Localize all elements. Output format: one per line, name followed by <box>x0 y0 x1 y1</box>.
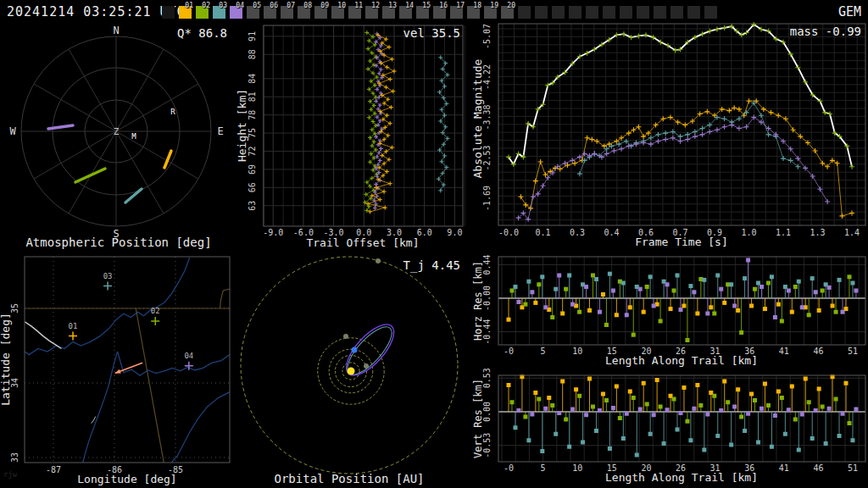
svg-text:Horz Res [km]: Horz Res [km] <box>472 261 484 341</box>
svg-text:0.1: 0.1 <box>535 228 550 237</box>
svg-text:R: R <box>170 108 175 116</box>
svg-text:35: 35 <box>10 303 19 313</box>
svg-text:04: 04 <box>184 352 193 360</box>
svg-text:5: 5 <box>541 347 546 356</box>
svg-text:9.0: 9.0 <box>447 228 462 237</box>
svg-text:72: 72 <box>248 146 257 156</box>
svg-text:51: 51 <box>848 347 858 356</box>
svg-text:46: 46 <box>813 463 823 473</box>
svg-text:vel 35.5: vel 35.5 <box>403 26 460 40</box>
atmospheric-position-panel: NESWZRMQ* 86.8Atmospheric Position [deg] <box>9 25 227 249</box>
svg-text:03: 03 <box>103 272 113 280</box>
svg-text:0.4: 0.4 <box>604 228 619 237</box>
svg-text:Absolute Magnitude: Absolute Magnitude <box>471 58 484 178</box>
svg-text:W: W <box>9 125 16 137</box>
svg-text:-0.0: -0.0 <box>498 228 519 237</box>
svg-text:1.0: 1.0 <box>741 228 756 237</box>
svg-text:Atmospheric Position [deg]: Atmospheric Position [deg] <box>25 236 211 249</box>
svg-text:46: 46 <box>813 347 823 356</box>
svg-text:33: 33 <box>10 452 19 463</box>
svg-text:84: 84 <box>248 74 257 84</box>
horz-residuals-panel: 0.44-0.00-0.44-05101520263136414651Lengt… <box>472 254 865 367</box>
svg-text:T_j 4.45: T_j 4.45 <box>403 258 460 273</box>
svg-text:Z: Z <box>114 126 120 137</box>
height-profile-panel: 63666972757881848891-9.0-6.0-3.00.03.06.… <box>236 25 465 249</box>
svg-text:Q* 86.8: Q* 86.8 <box>177 26 227 40</box>
svg-text:1.1: 1.1 <box>776 228 791 237</box>
svg-text:41: 41 <box>779 463 789 473</box>
svg-text:41: 41 <box>779 347 789 356</box>
vert-residuals-panel: 0.530.00-0.53-05101520263136414651Length… <box>472 368 865 484</box>
svg-text:-5.07: -5.07 <box>482 24 492 49</box>
ground-map-panel: 01020304-87-86-85333435Longitude [deg]La… <box>0 257 230 485</box>
svg-text:63: 63 <box>248 201 257 211</box>
svg-text:E: E <box>217 125 223 137</box>
svg-text:78: 78 <box>248 110 257 120</box>
svg-text:-0: -0 <box>504 347 514 356</box>
svg-text:-0: -0 <box>504 463 514 473</box>
meteor-analysis-dashboard: { "top_bar": { "timestamp": "20241214 03… <box>0 0 868 488</box>
svg-text:66: 66 <box>248 182 257 192</box>
svg-text:51: 51 <box>848 463 858 473</box>
svg-text:Trail Offset [km]: Trail Offset [km] <box>306 236 419 249</box>
svg-text:mass -0.99: mass -0.99 <box>790 25 861 38</box>
svg-text:-87: -87 <box>46 465 61 474</box>
svg-text:01: 01 <box>69 322 78 330</box>
svg-text:02: 02 <box>151 307 160 315</box>
svg-text:5: 5 <box>541 463 546 473</box>
svg-text:Length Along Trail [km]: Length Along Trail [km] <box>605 471 758 484</box>
svg-text:-9.0: -9.0 <box>263 228 283 237</box>
svg-text:81: 81 <box>248 92 257 102</box>
svg-text:Orbital Position [AU]: Orbital Position [AU] <box>274 472 424 485</box>
svg-text:88: 88 <box>248 49 257 59</box>
svg-text:10: 10 <box>572 347 582 356</box>
svg-text:0.3: 0.3 <box>570 228 585 237</box>
svg-text:Length Along Trail [km]: Length Along Trail [km] <box>605 354 758 367</box>
svg-text:Latitude [deg]: Latitude [deg] <box>0 313 12 406</box>
svg-text:Frame Time [s]: Frame Time [s] <box>635 236 728 248</box>
svg-text:Longitude [deg]: Longitude [deg] <box>77 473 176 485</box>
orbital-position-panel: T_j 4.45Orbital Position [AU] <box>241 257 460 485</box>
plots-canvas: NESWZRMQ* 86.8Atmospheric Position [deg]… <box>0 0 868 488</box>
svg-text:69: 69 <box>248 164 257 175</box>
svg-text:10: 10 <box>572 463 582 473</box>
svg-text:1.3: 1.3 <box>810 228 825 237</box>
svg-text:M: M <box>131 132 136 141</box>
watermark: rjw <box>3 470 17 479</box>
light-curve-panel: -0.00.10.30.40.60.70.91.01.11.31.4-5.07-… <box>471 22 865 248</box>
svg-text:Height [km]: Height [km] <box>236 89 248 162</box>
svg-text:91: 91 <box>248 31 257 42</box>
svg-text:1.4: 1.4 <box>844 228 860 237</box>
svg-text:-1.69: -1.69 <box>482 186 492 211</box>
svg-text:Vert Res [km]: Vert Res [km] <box>472 379 484 458</box>
svg-text:N: N <box>113 25 119 36</box>
svg-text:75: 75 <box>248 128 257 138</box>
